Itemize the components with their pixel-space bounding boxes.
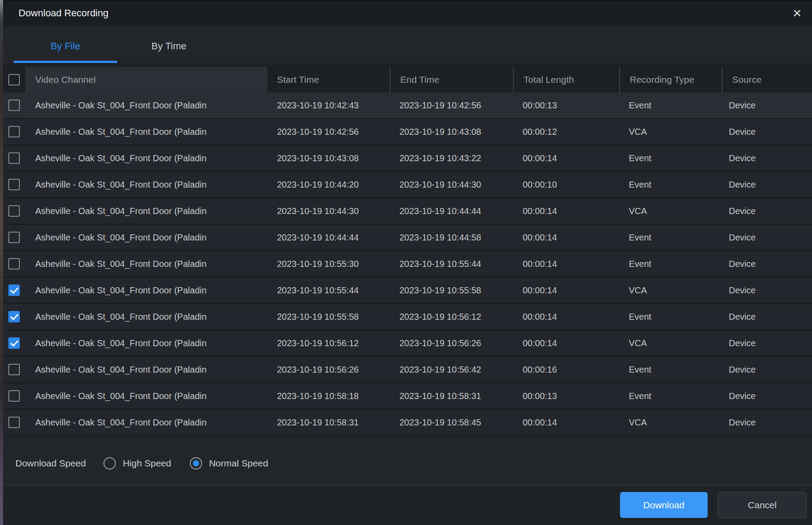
cell-end-time: 2023-10-19 10:55:44 (390, 251, 513, 277)
column-header-source[interactable]: Source (722, 67, 812, 92)
table-row[interactable]: Asheville - Oak St_004_Front Door (Palad… (3, 410, 812, 436)
row-checkbox[interactable] (8, 285, 20, 296)
column-header-start-time[interactable]: Start Time (267, 67, 390, 92)
cell-start-time: 2023-10-19 10:44:44 (267, 225, 390, 250)
cell-start-time: 2023-10-19 10:55:30 (267, 251, 390, 277)
cell-start-time: 2023-10-19 10:42:56 (267, 119, 390, 144)
cell-total-length: 00:00:14 (513, 304, 619, 329)
table-row[interactable]: Asheville - Oak St_004_Front Door (Palad… (3, 304, 812, 330)
cell-source: Device (722, 92, 812, 118)
cancel-button[interactable]: Cancel (718, 492, 807, 518)
close-icon[interactable]: × (793, 5, 801, 20)
row-checkbox[interactable] (8, 258, 20, 270)
table-row[interactable]: Asheville - Oak St_004_Front Door (Palad… (3, 225, 812, 251)
row-checkbox[interactable] (8, 390, 20, 402)
table-row[interactable]: Asheville - Oak St_004_Front Door (Palad… (3, 330, 812, 357)
table-row[interactable]: Asheville - Oak St_004_Front Door (Palad… (3, 251, 812, 277)
cell-total-length: 00:00:14 (513, 251, 619, 277)
table-row[interactable]: Asheville - Oak St_004_Front Door (Palad… (3, 198, 812, 225)
table-row[interactable]: Asheville - Oak St_004_Front Door (Palad… (3, 92, 812, 119)
dialog-title: Download Recording (18, 7, 108, 19)
cell-total-length: 00:00:13 (513, 383, 619, 409)
cell-source: Device (722, 225, 812, 250)
dialog-titlebar: Download Recording × (3, 0, 812, 26)
row-checkbox[interactable] (8, 364, 20, 375)
table-row[interactable]: Asheville - Oak St_004_Front Door (Palad… (3, 383, 812, 410)
row-checkbox[interactable] (8, 232, 20, 243)
row-checkbox-cell (3, 330, 25, 356)
cell-source: Device (722, 383, 812, 409)
table-row[interactable]: Asheville - Oak St_004_Front Door (Palad… (3, 357, 812, 383)
background-app-edge (0, 0, 3, 525)
cell-end-time: 2023-10-19 10:56:42 (390, 357, 513, 382)
cell-recording-type: Event (619, 304, 722, 329)
column-header-end-time[interactable]: End Time (390, 67, 513, 92)
row-checkbox[interactable] (8, 179, 20, 190)
row-checkbox[interactable] (8, 126, 20, 137)
download-button[interactable]: Download (620, 492, 708, 518)
row-checkbox-cell (3, 119, 25, 144)
cell-video-channel: Asheville - Oak St_004_Front Door (Palad… (25, 119, 267, 144)
cell-video-channel: Asheville - Oak St_004_Front Door (Palad… (25, 251, 267, 277)
table-row[interactable]: Asheville - Oak St_004_Front Door (Palad… (3, 172, 812, 198)
row-checkbox[interactable] (8, 100, 20, 111)
cell-start-time: 2023-10-19 10:56:12 (267, 330, 390, 356)
cell-total-length: 00:00:14 (513, 277, 619, 303)
download-recording-dialog: Download Recording × By File By Time Vid… (3, 0, 812, 525)
cell-recording-type: Event (619, 172, 722, 197)
cell-start-time: 2023-10-19 10:42:43 (267, 92, 390, 118)
cell-end-time: 2023-10-19 10:44:58 (390, 225, 513, 250)
cell-source: Device (722, 277, 812, 303)
tab-by-file[interactable]: By File (14, 26, 117, 63)
column-header-recording-type[interactable]: Recording Type (619, 67, 722, 92)
cell-source: Device (722, 357, 812, 382)
download-speed-label: Download Speed (15, 458, 86, 469)
row-checkbox[interactable] (8, 205, 20, 217)
column-header-video-channel[interactable]: Video Channel (25, 67, 267, 92)
row-checkbox-cell (3, 383, 25, 409)
radio-circle-icon (103, 457, 116, 470)
cell-video-channel: Asheville - Oak St_004_Front Door (Palad… (25, 383, 267, 409)
radio-high-speed[interactable]: High Speed (103, 457, 171, 470)
row-checkbox-cell (3, 198, 25, 224)
cell-start-time: 2023-10-19 10:44:30 (267, 198, 390, 224)
cell-recording-type: Event (619, 251, 722, 277)
cell-start-time: 2023-10-19 10:58:18 (267, 383, 390, 409)
cell-video-channel: Asheville - Oak St_004_Front Door (Palad… (25, 277, 267, 303)
cell-video-channel: Asheville - Oak St_004_Front Door (Palad… (25, 172, 267, 197)
row-checkbox[interactable] (8, 152, 20, 164)
row-checkbox[interactable] (8, 311, 20, 322)
tab-by-time[interactable]: By Time (117, 26, 221, 63)
normal-speed-label: Normal Speed (209, 458, 268, 469)
cell-video-channel: Asheville - Oak St_004_Front Door (Palad… (25, 145, 267, 171)
cell-total-length: 00:00:13 (513, 92, 619, 118)
cell-source: Device (722, 172, 812, 197)
column-header-total-length[interactable]: Total Length (513, 67, 619, 92)
cell-total-length: 00:00:14 (513, 410, 619, 435)
cell-end-time: 2023-10-19 10:42:56 (390, 92, 513, 118)
cell-end-time: 2023-10-19 10:43:22 (390, 145, 513, 171)
table-row[interactable]: Asheville - Oak St_004_Front Door (Palad… (3, 145, 812, 172)
row-checkbox[interactable] (8, 417, 20, 428)
select-all-checkbox[interactable] (8, 74, 20, 85)
cell-video-channel: Asheville - Oak St_004_Front Door (Palad… (25, 304, 267, 329)
cell-start-time: 2023-10-19 10:58:31 (267, 410, 390, 435)
radio-normal-speed[interactable]: Normal Speed (190, 457, 268, 470)
download-speed-section: Download Speed High Speed Normal Speed (3, 436, 812, 484)
cell-recording-type: VCA (619, 198, 722, 224)
cell-source: Device (722, 198, 812, 224)
cell-end-time: 2023-10-19 10:55:58 (390, 277, 513, 303)
row-checkbox[interactable] (8, 337, 20, 349)
cell-end-time: 2023-10-19 10:56:26 (390, 330, 513, 356)
cell-start-time: 2023-10-19 10:44:20 (267, 172, 390, 197)
cell-source: Device (722, 145, 812, 171)
row-checkbox-cell (3, 277, 25, 303)
cell-end-time: 2023-10-19 10:56:12 (390, 304, 513, 329)
row-checkbox-cell (3, 357, 25, 382)
cell-video-channel: Asheville - Oak St_004_Front Door (Palad… (25, 92, 267, 118)
cell-end-time: 2023-10-19 10:44:44 (390, 198, 513, 224)
table-row[interactable]: Asheville - Oak St_004_Front Door (Palad… (3, 277, 812, 304)
table-row[interactable]: Asheville - Oak St_004_Front Door (Palad… (3, 119, 812, 145)
select-all-cell (3, 67, 25, 92)
cell-video-channel: Asheville - Oak St_004_Front Door (Palad… (25, 357, 267, 382)
